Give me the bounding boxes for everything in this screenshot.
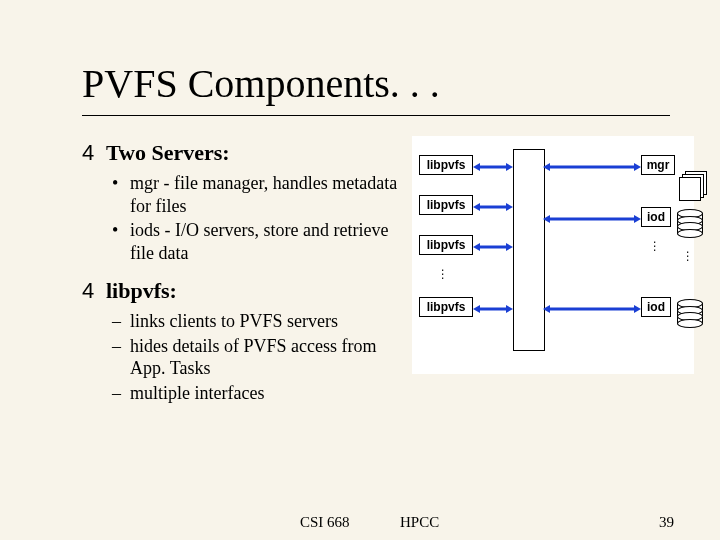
section-heading-text: Two Servers:	[106, 140, 230, 166]
vertical-dots: ...	[441, 265, 444, 277]
svg-marker-1	[473, 163, 480, 171]
svg-marker-19	[543, 305, 550, 313]
list-item: mgr - file manager, handles metadata for…	[112, 172, 412, 217]
vertical-dots: ...	[686, 247, 689, 259]
network-box	[513, 149, 545, 351]
libpvfs-box: libpvfs	[419, 195, 473, 215]
two-servers-list: mgr - file manager, handles metadata for…	[112, 172, 412, 264]
svg-marker-16	[543, 215, 550, 223]
list-item: links clients to PVFS servers	[112, 310, 412, 333]
vertical-dots: ...	[653, 237, 656, 249]
double-arrow-icon	[543, 305, 641, 307]
svg-marker-7	[473, 243, 480, 251]
svg-marker-14	[634, 163, 641, 171]
double-arrow-icon	[473, 203, 513, 205]
section-heading-libpvfs: 4 libpvfs:	[82, 278, 412, 304]
iod-box: iod	[641, 207, 671, 227]
svg-marker-20	[634, 305, 641, 313]
double-arrow-icon	[473, 305, 513, 307]
libpvfs-box: libpvfs	[419, 155, 473, 175]
double-arrow-icon	[543, 215, 641, 217]
slide: PVFS Components. . . 4 Two Servers: mgr …	[0, 0, 720, 540]
list-item: multiple interfaces	[112, 382, 412, 405]
libpvfs-list: links clients to PVFS servers hides deta…	[112, 310, 412, 404]
footer-org: HPCC	[400, 514, 439, 531]
content-columns: 4 Two Servers: mgr - file manager, handl…	[82, 136, 670, 418]
svg-marker-5	[506, 203, 513, 211]
mgr-box: mgr	[641, 155, 675, 175]
svg-marker-17	[634, 215, 641, 223]
disk-stack-icon	[677, 299, 707, 335]
text-column: 4 Two Servers: mgr - file manager, handl…	[82, 136, 412, 418]
iod-box: iod	[641, 297, 671, 317]
double-arrow-icon	[543, 163, 641, 165]
footer-course: CSI 668	[300, 514, 350, 531]
svg-marker-2	[506, 163, 513, 171]
list-item: hides details of PVFS access from App. T…	[112, 335, 412, 380]
libpvfs-box: libpvfs	[419, 297, 473, 317]
file-stack-icon	[679, 171, 705, 199]
section-heading-two-servers: 4 Two Servers:	[82, 140, 412, 166]
svg-marker-10	[473, 305, 480, 313]
footer-page-number: 39	[659, 514, 674, 531]
slide-title: PVFS Components. . .	[82, 60, 670, 107]
check-bullet-icon: 4	[82, 278, 106, 304]
svg-marker-13	[543, 163, 550, 171]
check-bullet-icon: 4	[82, 140, 106, 166]
double-arrow-icon	[473, 243, 513, 245]
libpvfs-box: libpvfs	[419, 235, 473, 255]
svg-marker-11	[506, 305, 513, 313]
section-heading-text: libpvfs:	[106, 278, 177, 304]
disk-stack-icon	[677, 209, 707, 245]
diagram-column: libpvfs libpvfs libpvfs ... libpvfs mgr …	[412, 136, 694, 374]
double-arrow-icon	[473, 163, 513, 165]
list-item: iods - I/O servers, store and retrieve f…	[112, 219, 412, 264]
architecture-diagram: libpvfs libpvfs libpvfs ... libpvfs mgr …	[412, 136, 694, 374]
title-rule	[82, 115, 670, 116]
svg-marker-4	[473, 203, 480, 211]
svg-marker-8	[506, 243, 513, 251]
